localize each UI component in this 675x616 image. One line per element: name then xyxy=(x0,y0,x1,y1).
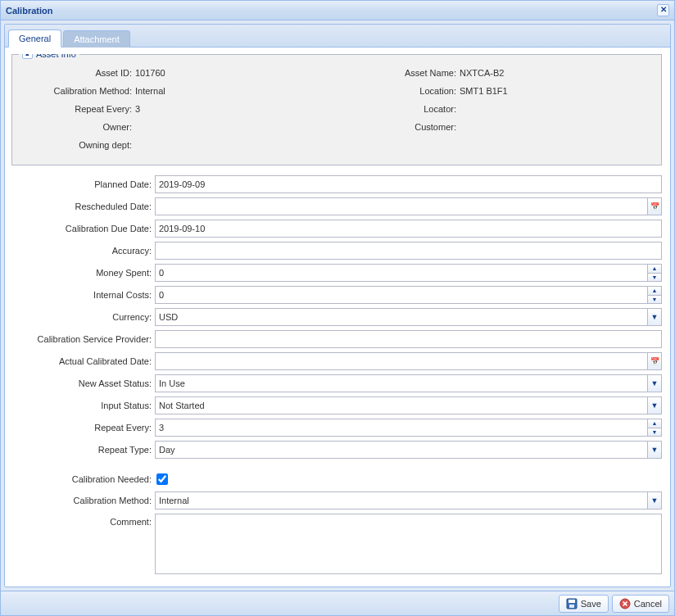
spinner-buttons: ▲ ▼ xyxy=(647,419,661,436)
asset-info-fieldset: ▴ Asset Info Asset ID: 101760 xyxy=(11,54,662,165)
input-status-combo[interactable]: ▼ xyxy=(155,396,662,414)
spinner-buttons: ▲ ▼ xyxy=(647,287,661,303)
row-new-status: New Asset Status: ▼ xyxy=(11,374,662,392)
chevron-down-icon: ▼ xyxy=(652,274,658,280)
money-spent-input[interactable]: ▲ ▼ xyxy=(155,264,662,282)
spin-down[interactable]: ▼ xyxy=(648,274,661,282)
chevron-down-icon: ▼ xyxy=(651,446,659,454)
info-row: Asset ID: 101760 xyxy=(20,66,328,79)
label: Input Status: xyxy=(11,401,155,410)
combo-trigger[interactable]: ▼ xyxy=(647,375,661,392)
provider-input[interactable] xyxy=(155,330,662,348)
rescheduled-date-input[interactable]: 📅 xyxy=(155,197,662,215)
chevron-down-icon: ▼ xyxy=(652,297,658,302)
accuracy-input[interactable] xyxy=(155,242,662,260)
tab-general[interactable]: General xyxy=(8,29,61,48)
row-internal-costs: Internal Costs: ▲ ▼ xyxy=(11,286,662,304)
new-status-combo[interactable]: ▼ xyxy=(155,374,662,392)
row-input-status: Input Status: ▼ xyxy=(11,396,662,414)
tabstrip: General Attachment xyxy=(5,25,670,48)
combo-trigger[interactable]: ▼ xyxy=(647,492,661,509)
spin-up[interactable]: ▲ xyxy=(648,265,661,274)
input[interactable] xyxy=(156,331,661,347)
info-row: Calibration Method: Internal xyxy=(20,84,328,97)
calibration-method-combo[interactable]: ▼ xyxy=(155,491,662,510)
input[interactable] xyxy=(156,287,647,303)
input[interactable] xyxy=(156,397,647,414)
close-button[interactable]: ✕ xyxy=(657,4,669,16)
label: Calibration Due Date: xyxy=(11,224,155,233)
asset-info-grid: Asset ID: 101760 Calibration Method: Int… xyxy=(20,66,653,156)
combo-trigger[interactable]: ▼ xyxy=(647,442,661,458)
asset-info-right: Asset Name: NXTCA-B2 Location: SMT1 B1F1… xyxy=(345,66,653,156)
chevron-down-icon: ▼ xyxy=(651,313,659,321)
value: NXTCA-B2 xyxy=(460,66,653,79)
chevron-up-icon: ▲ xyxy=(652,265,658,271)
tab-body: ▴ Asset Info Asset ID: 101760 xyxy=(5,48,670,587)
info-row: Owner: xyxy=(20,120,328,134)
label: Planned Date: xyxy=(11,179,155,189)
input[interactable] xyxy=(156,220,661,237)
currency-combo[interactable]: ▼ xyxy=(155,308,662,326)
window-body: General Attachment ▴ Asset Info xyxy=(1,20,674,591)
form-scroll[interactable]: ▴ Asset Info Asset ID: 101760 xyxy=(11,54,667,580)
internal-costs-input[interactable]: ▲ ▼ xyxy=(155,286,662,304)
close-icon: ✕ xyxy=(660,5,667,14)
combo-trigger[interactable]: ▼ xyxy=(647,397,661,414)
calendar-icon: 📅 xyxy=(650,202,659,211)
calendar-icon: 📅 xyxy=(650,357,659,365)
date-picker-trigger[interactable]: 📅 xyxy=(647,198,661,215)
actual-date-input[interactable]: 📅 xyxy=(155,352,662,370)
label: Asset Name: xyxy=(345,66,460,79)
button-label: Save xyxy=(581,599,601,609)
spin-down[interactable]: ▼ xyxy=(648,428,661,437)
combo-trigger[interactable]: ▼ xyxy=(647,309,661,325)
spin-up[interactable]: ▲ xyxy=(648,419,661,428)
tab-label: General xyxy=(19,34,51,43)
collapse-toggle[interactable]: ▴ xyxy=(22,54,33,59)
repeat-every-input[interactable]: ▲ ▼ xyxy=(155,419,662,437)
input[interactable] xyxy=(156,492,647,509)
input[interactable] xyxy=(156,442,647,458)
calibration-needed-checkbox[interactable] xyxy=(156,473,168,485)
legend-text: Asset Info xyxy=(36,54,76,59)
repeat-type-combo[interactable]: ▼ xyxy=(155,441,662,459)
row-cal-method: Calibration Method: ▼ xyxy=(11,491,662,510)
date-picker-trigger[interactable]: 📅 xyxy=(647,353,661,369)
value xyxy=(135,138,328,152)
row-planned-date: Planned Date: xyxy=(11,175,662,193)
label: Customer: xyxy=(345,120,460,134)
footer-toolbar: Save Cancel xyxy=(1,591,674,615)
spacer xyxy=(11,463,662,471)
info-row: Asset Name: NXTCA-B2 xyxy=(345,66,653,79)
textarea[interactable] xyxy=(156,514,661,572)
save-button[interactable]: Save xyxy=(559,595,609,613)
value: 101760 xyxy=(135,66,328,79)
due-date-input[interactable] xyxy=(155,220,662,238)
label: Comment: xyxy=(11,514,155,527)
label: Asset ID: xyxy=(20,66,135,79)
input[interactable] xyxy=(156,309,647,325)
input[interactable] xyxy=(156,353,647,369)
input[interactable] xyxy=(156,265,647,281)
planned-date-input[interactable] xyxy=(155,175,662,193)
info-row: Locator: xyxy=(345,102,653,116)
label: Rescheduled Date: xyxy=(11,202,155,211)
label: Calibration Method: xyxy=(20,84,135,97)
comment-textarea[interactable] xyxy=(155,514,662,574)
label: New Asset Status: xyxy=(11,378,155,388)
chevron-down-icon: ▼ xyxy=(651,379,659,387)
input[interactable] xyxy=(156,375,647,392)
input[interactable] xyxy=(156,419,647,436)
cancel-button[interactable]: Cancel xyxy=(612,595,669,613)
input[interactable] xyxy=(156,198,647,215)
input[interactable] xyxy=(156,176,661,192)
value xyxy=(460,120,653,134)
input[interactable] xyxy=(156,242,661,259)
tab-label: Attachment xyxy=(74,34,120,44)
info-row: Repeat Every: 3 xyxy=(20,102,328,116)
row-repeat-type: Repeat Type: ▼ xyxy=(11,441,662,459)
spin-up[interactable]: ▲ xyxy=(648,287,661,296)
spin-down[interactable]: ▼ xyxy=(648,296,661,304)
tab-attachment[interactable]: Attachment xyxy=(63,30,130,48)
